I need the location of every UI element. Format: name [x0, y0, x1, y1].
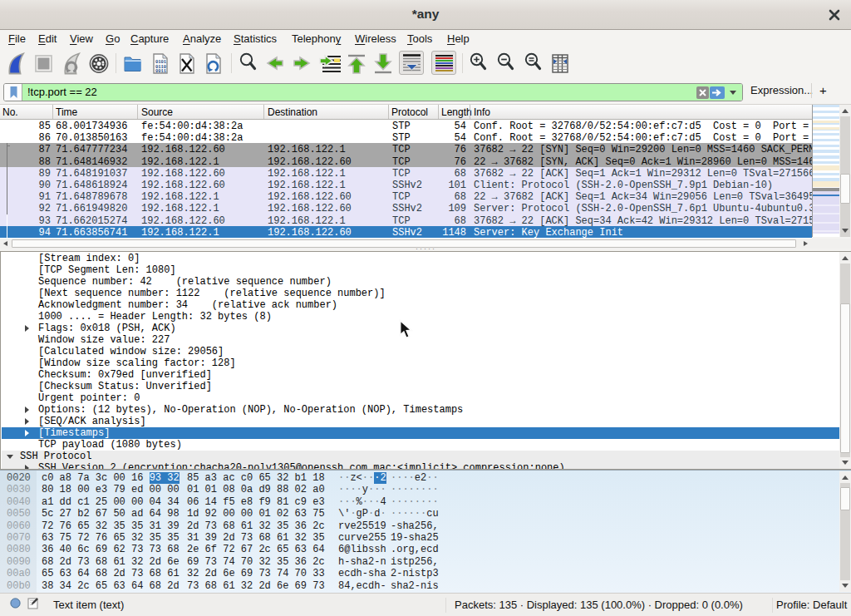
svg-text:0011: 0011 [155, 69, 166, 74]
